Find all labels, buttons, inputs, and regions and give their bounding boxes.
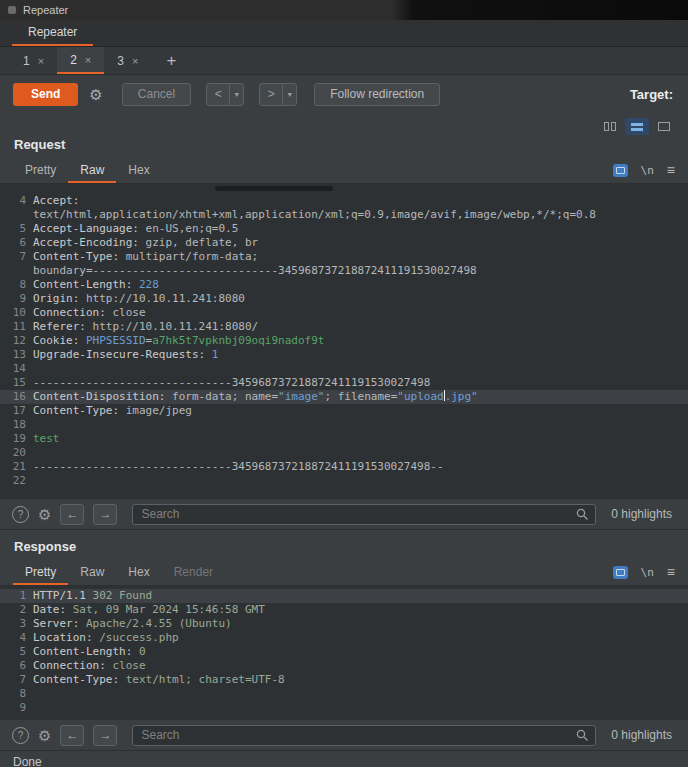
- request-panel: Request Pretty Raw Hex \n ≡ 4Accept:text…: [0, 113, 688, 529]
- help-icon[interactable]: ?: [12, 506, 29, 523]
- tab-pretty[interactable]: Pretty: [13, 560, 68, 585]
- send-button[interactable]: Send: [13, 83, 78, 106]
- tab-pretty[interactable]: Pretty: [13, 158, 68, 183]
- show-newlines-icon[interactable]: \n: [641, 566, 654, 579]
- request-editor-lines: 4Accept:text/html,application/xhtml+xml,…: [0, 194, 688, 488]
- target-label: Target:: [630, 87, 675, 102]
- response-editor[interactable]: 1HTTP/1.1 302 Found2Date: Sat, 09 Mar 20…: [0, 586, 688, 719]
- close-icon[interactable]: ×: [85, 54, 91, 66]
- repeater-tab-3[interactable]: 3 ×: [104, 47, 151, 74]
- single-layout-icon: [658, 122, 670, 131]
- request-search-wrap: [132, 504, 596, 525]
- main-tab-bar: Repeater: [0, 20, 688, 47]
- burp-repeater-window: Repeater Repeater 1 × 2 × 3 × + Send ⚙ C…: [0, 0, 688, 767]
- syntax-highlight-icon[interactable]: [613, 164, 628, 177]
- gear-icon[interactable]: ⚙: [89, 87, 102, 102]
- show-newlines-icon[interactable]: \n: [641, 164, 654, 177]
- cancel-button[interactable]: Cancel: [122, 83, 191, 106]
- response-title: Response: [0, 530, 688, 560]
- repeater-tab-2-label: 2: [70, 53, 77, 67]
- request-highlights-count: 0 highlights: [611, 507, 676, 521]
- request-title: Request: [0, 136, 688, 158]
- next-request-button[interactable]: > ▾: [259, 83, 297, 106]
- previous-match-button[interactable]: ←: [60, 725, 84, 746]
- rows-layout-icon: [631, 123, 643, 131]
- response-panel: Response Pretty Raw Hex Render \n ≡ 1HTT…: [0, 529, 688, 750]
- tab-hex[interactable]: Hex: [116, 560, 161, 585]
- repeater-tab-bar: 1 × 2 × 3 × +: [0, 47, 688, 75]
- status-bar: Done: [0, 750, 688, 767]
- status-text: Done: [13, 755, 42, 767]
- follow-redirection-button[interactable]: Follow redirection: [314, 83, 440, 106]
- response-search-input[interactable]: [132, 725, 596, 746]
- arrow-right-icon: →: [99, 507, 111, 521]
- repeater-toolbar: Send ⚙ Cancel < ▾ > ▾ Follow redirection…: [0, 75, 688, 113]
- layout-toggle-group: [0, 113, 688, 136]
- menu-icon[interactable]: ≡: [667, 565, 675, 579]
- request-view-tabs: Pretty Raw Hex \n ≡: [0, 158, 688, 184]
- tab-repeater[interactable]: Repeater: [12, 21, 93, 46]
- window-icon: [8, 6, 16, 14]
- add-tab-button[interactable]: +: [155, 47, 187, 74]
- menu-icon[interactable]: ≡: [667, 163, 675, 177]
- previous-match-button[interactable]: ←: [60, 504, 84, 525]
- repeater-tab-2[interactable]: 2 ×: [57, 47, 104, 74]
- next-match-button[interactable]: →: [93, 504, 117, 525]
- gear-icon[interactable]: ⚙: [38, 507, 51, 522]
- response-view-tabs: Pretty Raw Hex Render \n ≡: [0, 560, 688, 586]
- layout-rows-button[interactable]: [625, 118, 649, 135]
- chevron-left-icon[interactable]: <: [207, 84, 229, 105]
- layout-single-button[interactable]: [652, 118, 676, 135]
- arrow-right-icon: →: [99, 728, 111, 742]
- search-icon: [576, 729, 589, 742]
- window-titlebar: Repeater: [0, 0, 688, 20]
- tab-raw[interactable]: Raw: [68, 158, 116, 183]
- syntax-highlight-icon[interactable]: [613, 566, 628, 579]
- arrow-left-icon: ←: [66, 728, 78, 742]
- repeater-tab-1-label: 1: [23, 54, 30, 68]
- chevron-right-icon[interactable]: >: [260, 84, 282, 105]
- response-search-wrap: [132, 725, 596, 746]
- horizontal-scrollbar-thumb[interactable]: [215, 186, 333, 191]
- request-search-input[interactable]: [132, 504, 596, 525]
- chevron-down-icon[interactable]: ▾: [229, 84, 243, 105]
- close-icon[interactable]: ×: [38, 55, 44, 67]
- next-match-button[interactable]: →: [93, 725, 117, 746]
- layout-columns-button[interactable]: [598, 118, 622, 135]
- previous-request-button[interactable]: < ▾: [206, 83, 244, 106]
- arrow-left-icon: ←: [66, 507, 78, 521]
- window-title: Repeater: [23, 4, 68, 16]
- search-icon: [576, 508, 589, 521]
- tab-hex[interactable]: Hex: [116, 158, 161, 183]
- request-editor[interactable]: 4Accept:text/html,application/xhtml+xml,…: [0, 184, 688, 498]
- editor-option-icons: \n ≡: [613, 163, 675, 183]
- tab-render: Render: [162, 560, 225, 585]
- response-search-bar: ? ⚙ ← → 0 highlights: [0, 719, 688, 750]
- add-icon: +: [166, 51, 176, 71]
- chevron-down-icon[interactable]: ▾: [282, 84, 296, 105]
- editor-option-icons: \n ≡: [613, 565, 675, 585]
- close-icon[interactable]: ×: [132, 55, 138, 67]
- tab-raw[interactable]: Raw: [68, 560, 116, 585]
- gear-icon[interactable]: ⚙: [38, 728, 51, 743]
- response-editor-lines: 1HTTP/1.1 302 Found2Date: Sat, 09 Mar 20…: [0, 589, 688, 715]
- repeater-tab-1[interactable]: 1 ×: [10, 47, 57, 74]
- help-icon[interactable]: ?: [12, 727, 29, 744]
- columns-layout-icon: [604, 122, 609, 131]
- response-highlights-count: 0 highlights: [611, 728, 676, 742]
- repeater-tab-3-label: 3: [117, 54, 124, 68]
- request-search-bar: ? ⚙ ← → 0 highlights: [0, 498, 688, 529]
